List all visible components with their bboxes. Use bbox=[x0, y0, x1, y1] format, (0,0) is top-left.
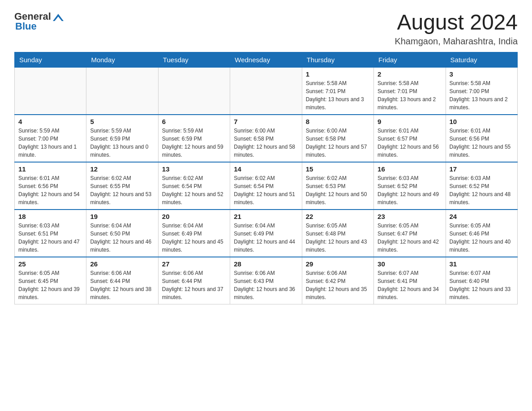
calendar-cell: 31Sunrise: 6:07 AMSunset: 6:40 PMDayligh… bbox=[446, 257, 517, 304]
sun-info: Sunrise: 6:05 AMSunset: 6:46 PMDaylight:… bbox=[450, 222, 514, 254]
day-number: 25 bbox=[18, 260, 82, 268]
weekday-header-monday: Monday bbox=[86, 52, 158, 67]
calendar-cell: 22Sunrise: 6:05 AMSunset: 6:48 PMDayligh… bbox=[302, 210, 373, 257]
sun-info: Sunrise: 6:07 AMSunset: 6:40 PMDaylight:… bbox=[450, 269, 514, 301]
sun-info: Sunrise: 6:06 AMSunset: 6:42 PMDaylight:… bbox=[306, 269, 370, 301]
day-number: 13 bbox=[162, 165, 226, 173]
calendar-cell: 14Sunrise: 6:02 AMSunset: 6:54 PMDayligh… bbox=[230, 162, 302, 210]
day-number: 30 bbox=[378, 260, 442, 268]
sun-info: Sunrise: 6:02 AMSunset: 6:54 PMDaylight:… bbox=[234, 174, 298, 206]
sun-info: Sunrise: 6:03 AMSunset: 6:52 PMDaylight:… bbox=[378, 174, 442, 206]
calendar-cell: 24Sunrise: 6:05 AMSunset: 6:46 PMDayligh… bbox=[446, 210, 517, 257]
day-number: 4 bbox=[18, 118, 82, 125]
day-number: 23 bbox=[378, 213, 442, 220]
page-header: General Blue August 2024 Khamgaon, Mahar… bbox=[14, 11, 518, 47]
day-number: 15 bbox=[306, 165, 370, 173]
logo: General Blue bbox=[14, 11, 64, 32]
calendar-cell bbox=[15, 67, 86, 115]
logo-triangle-icon bbox=[52, 12, 64, 22]
weekday-header-saturday: Saturday bbox=[446, 52, 517, 67]
calendar-cell: 19Sunrise: 6:04 AMSunset: 6:50 PMDayligh… bbox=[86, 210, 158, 257]
sun-info: Sunrise: 5:59 AMSunset: 6:59 PMDaylight:… bbox=[162, 127, 226, 159]
calendar-cell: 1Sunrise: 5:58 AMSunset: 7:01 PMDaylight… bbox=[302, 67, 373, 115]
day-number: 28 bbox=[234, 260, 298, 268]
day-number: 29 bbox=[306, 260, 370, 268]
calendar-cell: 10Sunrise: 6:01 AMSunset: 6:56 PMDayligh… bbox=[446, 115, 517, 162]
calendar-week-row: 25Sunrise: 6:05 AMSunset: 6:45 PMDayligh… bbox=[15, 257, 518, 304]
calendar-week-row: 11Sunrise: 6:01 AMSunset: 6:56 PMDayligh… bbox=[15, 162, 518, 210]
sun-info: Sunrise: 6:02 AMSunset: 6:55 PMDaylight:… bbox=[90, 174, 154, 206]
day-number: 17 bbox=[450, 165, 514, 173]
day-number: 8 bbox=[306, 118, 370, 125]
day-number: 10 bbox=[450, 118, 514, 125]
weekday-header-thursday: Thursday bbox=[302, 52, 373, 67]
calendar-cell: 13Sunrise: 6:02 AMSunset: 6:54 PMDayligh… bbox=[158, 162, 230, 210]
sun-info: Sunrise: 5:58 AMSunset: 7:00 PMDaylight:… bbox=[450, 79, 514, 111]
sun-info: Sunrise: 6:06 AMSunset: 6:44 PMDaylight:… bbox=[90, 269, 154, 301]
sun-info: Sunrise: 5:59 AMSunset: 7:00 PMDaylight:… bbox=[18, 127, 82, 159]
day-number: 24 bbox=[450, 213, 514, 220]
calendar-cell: 30Sunrise: 6:07 AMSunset: 6:41 PMDayligh… bbox=[374, 257, 446, 304]
month-title: August 2024 bbox=[395, 11, 518, 34]
sun-info: Sunrise: 6:04 AMSunset: 6:50 PMDaylight:… bbox=[90, 222, 154, 254]
calendar-cell: 23Sunrise: 6:05 AMSunset: 6:47 PMDayligh… bbox=[374, 210, 446, 257]
title-block: August 2024 Khamgaon, Maharashtra, India bbox=[395, 11, 518, 47]
calendar-cell: 4Sunrise: 5:59 AMSunset: 7:00 PMDaylight… bbox=[15, 115, 86, 162]
day-number: 21 bbox=[234, 213, 298, 220]
day-number: 27 bbox=[162, 260, 226, 268]
calendar-cell: 18Sunrise: 6:03 AMSunset: 6:51 PMDayligh… bbox=[15, 210, 86, 257]
day-number: 18 bbox=[18, 213, 82, 220]
sun-info: Sunrise: 6:05 AMSunset: 6:47 PMDaylight:… bbox=[378, 222, 442, 254]
sun-info: Sunrise: 6:06 AMSunset: 6:44 PMDaylight:… bbox=[162, 269, 226, 301]
calendar-cell: 29Sunrise: 6:06 AMSunset: 6:42 PMDayligh… bbox=[302, 257, 373, 304]
sun-info: Sunrise: 6:01 AMSunset: 6:56 PMDaylight:… bbox=[18, 174, 82, 206]
calendar-cell: 5Sunrise: 5:59 AMSunset: 6:59 PMDaylight… bbox=[86, 115, 158, 162]
sun-info: Sunrise: 6:05 AMSunset: 6:48 PMDaylight:… bbox=[306, 222, 370, 254]
day-number: 26 bbox=[90, 260, 154, 268]
sun-info: Sunrise: 6:06 AMSunset: 6:43 PMDaylight:… bbox=[234, 269, 298, 301]
sun-info: Sunrise: 6:04 AMSunset: 6:49 PMDaylight:… bbox=[162, 222, 226, 254]
calendar-cell: 20Sunrise: 6:04 AMSunset: 6:49 PMDayligh… bbox=[158, 210, 230, 257]
day-number: 6 bbox=[162, 118, 226, 125]
sun-info: Sunrise: 6:00 AMSunset: 6:58 PMDaylight:… bbox=[306, 127, 370, 159]
calendar-cell: 27Sunrise: 6:06 AMSunset: 6:44 PMDayligh… bbox=[158, 257, 230, 304]
calendar-week-row: 1Sunrise: 5:58 AMSunset: 7:01 PMDaylight… bbox=[15, 67, 518, 115]
sun-info: Sunrise: 6:05 AMSunset: 6:45 PMDaylight:… bbox=[18, 269, 82, 301]
day-number: 22 bbox=[306, 213, 370, 220]
calendar-cell: 26Sunrise: 6:06 AMSunset: 6:44 PMDayligh… bbox=[86, 257, 158, 304]
day-number: 31 bbox=[450, 260, 514, 268]
sun-info: Sunrise: 6:03 AMSunset: 6:51 PMDaylight:… bbox=[18, 222, 82, 254]
calendar-cell: 6Sunrise: 5:59 AMSunset: 6:59 PMDaylight… bbox=[158, 115, 230, 162]
calendar-header-row: SundayMondayTuesdayWednesdayThursdayFrid… bbox=[15, 52, 518, 67]
day-number: 1 bbox=[306, 70, 370, 78]
sun-info: Sunrise: 6:02 AMSunset: 6:53 PMDaylight:… bbox=[306, 174, 370, 206]
calendar-cell: 17Sunrise: 6:03 AMSunset: 6:52 PMDayligh… bbox=[446, 162, 517, 210]
calendar-cell: 2Sunrise: 5:58 AMSunset: 7:01 PMDaylight… bbox=[374, 67, 446, 115]
location-title: Khamgaon, Maharashtra, India bbox=[395, 36, 518, 47]
calendar-table: SundayMondayTuesdayWednesdayThursdayFrid… bbox=[14, 52, 518, 304]
calendar-cell: 7Sunrise: 6:00 AMSunset: 6:58 PMDaylight… bbox=[230, 115, 302, 162]
day-number: 19 bbox=[90, 213, 154, 220]
calendar-cell: 16Sunrise: 6:03 AMSunset: 6:52 PMDayligh… bbox=[374, 162, 446, 210]
day-number: 20 bbox=[162, 213, 226, 220]
day-number: 14 bbox=[234, 165, 298, 173]
sun-info: Sunrise: 6:04 AMSunset: 6:49 PMDaylight:… bbox=[234, 222, 298, 254]
calendar-cell: 11Sunrise: 6:01 AMSunset: 6:56 PMDayligh… bbox=[15, 162, 86, 210]
calendar-cell: 8Sunrise: 6:00 AMSunset: 6:58 PMDaylight… bbox=[302, 115, 373, 162]
logo-blue-text: Blue bbox=[15, 21, 37, 32]
weekday-header-wednesday: Wednesday bbox=[230, 52, 302, 67]
calendar-cell bbox=[158, 67, 230, 115]
day-number: 9 bbox=[378, 118, 442, 125]
calendar-cell: 15Sunrise: 6:02 AMSunset: 6:53 PMDayligh… bbox=[302, 162, 373, 210]
sun-info: Sunrise: 6:02 AMSunset: 6:54 PMDaylight:… bbox=[162, 174, 226, 206]
sun-info: Sunrise: 5:58 AMSunset: 7:01 PMDaylight:… bbox=[378, 79, 442, 111]
calendar-cell: 3Sunrise: 5:58 AMSunset: 7:00 PMDaylight… bbox=[446, 67, 517, 115]
day-number: 5 bbox=[90, 118, 154, 125]
sun-info: Sunrise: 6:01 AMSunset: 6:56 PMDaylight:… bbox=[450, 127, 514, 159]
calendar-cell: 9Sunrise: 6:01 AMSunset: 6:57 PMDaylight… bbox=[374, 115, 446, 162]
day-number: 16 bbox=[378, 165, 442, 173]
calendar-cell: 12Sunrise: 6:02 AMSunset: 6:55 PMDayligh… bbox=[86, 162, 158, 210]
weekday-header-friday: Friday bbox=[374, 52, 446, 67]
calendar-cell: 25Sunrise: 6:05 AMSunset: 6:45 PMDayligh… bbox=[15, 257, 86, 304]
sun-info: Sunrise: 5:59 AMSunset: 6:59 PMDaylight:… bbox=[90, 127, 154, 159]
